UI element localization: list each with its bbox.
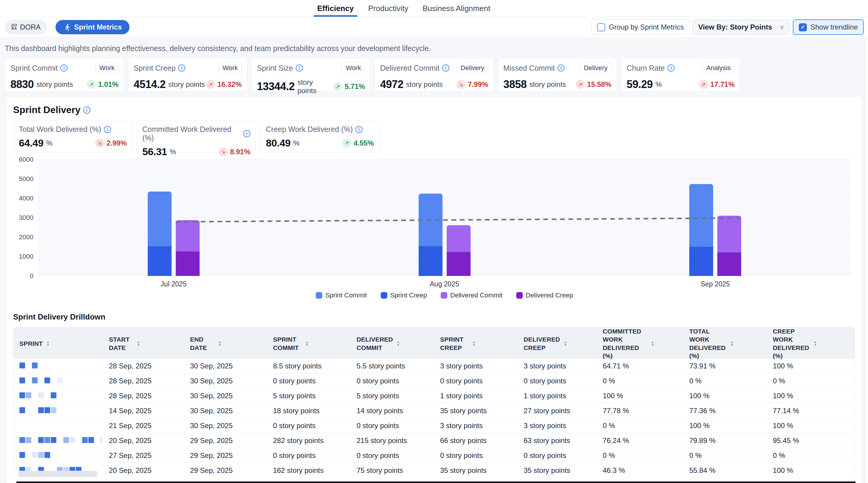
bar-segment-delivered-commit[interactable] [176, 220, 199, 252]
bar-segment-sprint-creep[interactable] [689, 247, 713, 276]
info-icon[interactable]: i [104, 126, 111, 133]
bar-segment-sprint-creep[interactable] [418, 246, 442, 276]
tab-label: Business Alignment [423, 4, 490, 13]
column-header-sprint-creep[interactable]: Sprint Creep▲▼ [434, 335, 518, 352]
kpi-card-delivered-commit: Delivered Commit i Delivery 4972 story p… [374, 58, 494, 92]
show-trendline-toggle[interactable]: ✓ Show trendline [793, 20, 864, 35]
cell-delivered-commit: 75 story points [350, 466, 434, 475]
column-header-sprint[interactable]: Sprint▲▼ [13, 340, 103, 348]
y-axis-tick: 2000 [14, 233, 33, 241]
bar-segment-sprint-creep[interactable] [148, 247, 172, 276]
table-header-row: Sprint▲▼ Start Date▲▼ End Date▲▼ Sprint … [13, 327, 855, 358]
info-icon[interactable]: i [296, 64, 303, 72]
bar-segment-sprint-commit[interactable] [148, 192, 172, 247]
column-header-delivered-commit[interactable]: Delivered Commit▲▼ [350, 335, 434, 352]
kpi-unit: story points [298, 78, 333, 95]
bar-segment-delivered-commit[interactable] [447, 225, 470, 252]
cell-delivered-commit: 14 story points [350, 407, 434, 415]
cell-creep-pct: 100 % [767, 362, 855, 370]
info-icon[interactable]: i [355, 126, 363, 133]
cell-delivered-commit: 0 story points [350, 451, 434, 460]
cell-delivered-creep: 63 story points [518, 437, 597, 445]
cell-creep-pct: 77.14 % [767, 407, 855, 415]
cell-total-pct: 73.91 % [683, 362, 767, 370]
kpi-delta: ↗ 5.71% [333, 82, 365, 91]
view-by-select[interactable]: View By: Story Points ∨ [692, 20, 790, 35]
tab-efficiency[interactable]: Efficiency [316, 0, 355, 17]
subcard-unit: % [293, 139, 300, 148]
info-icon[interactable]: i [83, 106, 90, 114]
tab-business-alignment[interactable]: Business Alignment [421, 0, 491, 17]
trend-arrow-icon: ↗ [699, 80, 708, 89]
kpi-card-churn-rate: Churn Rate i Analysis 59.29 % ↗ 17.71% [621, 58, 740, 92]
column-header-total-work-delivered[interactable]: Total Work Delivered (%)▲▼ [683, 327, 767, 360]
bar-segment-delivered-creep[interactable] [176, 252, 199, 276]
bar-segment-delivered-creep[interactable] [447, 252, 470, 276]
group-by-sprint-metrics-toggle[interactable]: ✓ Group by Sprint Metrics [591, 20, 689, 35]
table-row: 20 Sep, 2025 29 Sep, 2025 162 story poin… [13, 463, 855, 478]
trend-arrow-icon: ↗ [333, 82, 342, 91]
cell-start-date: 20 Sep, 2025 [103, 437, 184, 445]
bar-segment-sprint-commit[interactable] [418, 194, 442, 246]
info-icon[interactable]: i [60, 64, 67, 72]
bar-segment-delivered-commit[interactable] [717, 216, 741, 252]
cell-sprint-commit: 0 story points [267, 422, 350, 430]
legend-item-delivered-commit[interactable]: Delivered Commit [441, 291, 502, 299]
y-axis-tick: 5000 [14, 175, 33, 183]
kpi-title: Sprint Commit [10, 64, 58, 72]
sort-icon: ▲▼ [46, 341, 50, 346]
subcard-value: 80.49 [266, 137, 291, 149]
drilldown-table: Sprint▲▼ Start Date▲▼ End Date▲▼ Sprint … [13, 327, 855, 478]
page-scrollbar[interactable] [864, 38, 868, 483]
cell-delivered-creep: 3 story points [518, 422, 597, 430]
tab-label: Productivity [368, 4, 408, 13]
cell-creep-pct: 0 % [767, 377, 855, 385]
table-row: 28 Sep, 2025 30 Sep, 2025 0 story points… [13, 373, 855, 388]
cell-sprint-commit: 0 story points [267, 377, 350, 385]
cell-start-date: 27 Sep, 2025 [103, 451, 184, 460]
kpi-title: Missed Commit [503, 64, 555, 72]
info-icon[interactable]: i [243, 130, 250, 137]
x-axis: Jul 2025Aug 2025Sep 2025 [38, 276, 851, 289]
tab-productivity[interactable]: Productivity [367, 0, 409, 17]
bar-segment-sprint-commit[interactable] [689, 184, 713, 247]
column-header-committed-work-delivered[interactable]: Committed Work Delivered (%)▲▼ [597, 327, 683, 360]
cell-start-date: 28 Sep, 2025 [103, 392, 184, 400]
legend-item-delivered-creep[interactable]: Delivered Creep [516, 291, 573, 299]
subcard-delta-value: 8.91% [230, 148, 250, 156]
info-icon[interactable]: i [668, 64, 675, 72]
column-header-sprint-commit[interactable]: Sprint Commit▲▼ [267, 335, 350, 352]
subcard-total-work-delivered: Total Work Delivered (%) i 64.49 % ↘ 2.9… [13, 120, 132, 153]
bar-segment-delivered-creep[interactable] [717, 252, 741, 276]
kpi-unit: story points [406, 80, 443, 89]
info-icon[interactable]: i [557, 64, 564, 72]
cell-start-date: 28 Sep, 2025 [103, 362, 184, 370]
sprint-delivery-chart: 0100020003000400050006000 Jul 2025Aug 20… [38, 160, 851, 299]
info-icon[interactable]: i [442, 64, 450, 72]
sprint-metrics-button[interactable]: Sprint Metrics [56, 20, 129, 34]
trend-arrow-icon: ↘ [219, 148, 228, 156]
legend-label: Delivered Commit [450, 291, 502, 299]
subcard-delta-value: 4.55% [353, 139, 374, 148]
kpi-unit: story points [529, 80, 566, 89]
legend-item-sprint-commit[interactable]: Sprint Commit [316, 291, 367, 299]
column-header-start-date[interactable]: Start Date▲▼ [103, 335, 184, 352]
cell-sprint-redacted [13, 407, 103, 415]
cell-sprint-redacted [13, 392, 103, 400]
column-header-delivered-creep[interactable]: Delivered Creep▲▼ [518, 335, 597, 352]
subcard-creep-work-delivered: Creep Work Delivered (%) i 80.49 % ↗ 4.5… [260, 120, 379, 153]
legend-item-sprint-creep[interactable]: Sprint Creep [381, 291, 427, 299]
info-icon[interactable]: i [178, 64, 185, 72]
show-trendline-checkbox[interactable]: ✓ [799, 23, 807, 31]
kpi-delta: ↗ 17.71% [699, 80, 735, 89]
cell-delivered-creep: 1 story points [518, 392, 597, 400]
cell-sprint-creep: 35 story points [434, 466, 518, 475]
cell-committed-pct: 0 % [597, 377, 683, 385]
group-by-checkbox[interactable]: ✓ [597, 23, 605, 31]
chevron-down-icon: ∨ [780, 24, 784, 31]
column-header-creep-work-delivered[interactable]: Creep Work Delivered (%)▲▼ [767, 327, 855, 360]
column-header-end-date[interactable]: End Date▲▼ [184, 335, 267, 352]
dora-button[interactable]: DORA DORA [5, 20, 47, 34]
subcard-unit: % [170, 148, 176, 156]
legend-swatch [316, 292, 322, 299]
